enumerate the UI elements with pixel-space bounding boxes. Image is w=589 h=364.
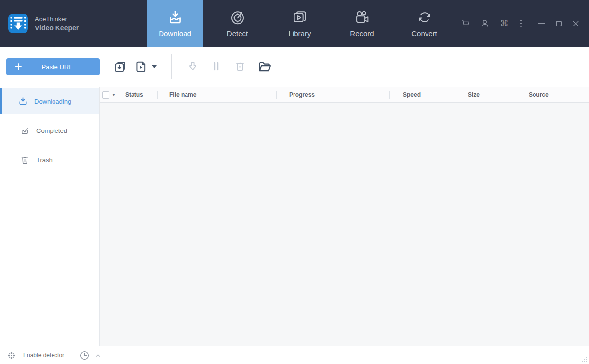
main-nav: Download Detect	[147, 0, 459, 47]
command-glyph: ⌘	[500, 19, 509, 27]
account-icon[interactable]	[480, 18, 490, 29]
batch-download-icon	[113, 60, 127, 74]
close-button[interactable]	[570, 18, 581, 29]
download-tray-icon	[18, 96, 28, 106]
tab-detect[interactable]: Detect	[210, 0, 265, 47]
toolbar-group-secondary	[187, 59, 272, 74]
resize-grip[interactable]	[581, 356, 588, 363]
brand-line1: AceThinker	[35, 15, 79, 23]
sidebar-item-label: Completed	[36, 127, 67, 134]
column-label: Progress	[289, 91, 315, 98]
tab-library-label: Library	[289, 29, 311, 38]
table-header-status: Status	[125, 87, 157, 102]
tab-download[interactable]: Download	[147, 0, 203, 47]
tab-download-label: Download	[159, 29, 191, 38]
batch-download-button[interactable]	[113, 60, 127, 74]
resume-download-button[interactable]	[187, 60, 200, 74]
plus-icon	[14, 63, 22, 71]
minimize-button[interactable]	[536, 18, 547, 29]
toolbar-separator	[171, 54, 172, 79]
tab-detect-label: Detect	[227, 29, 248, 38]
toolbar: Paste URL	[0, 47, 589, 87]
chevron-up-icon[interactable]	[95, 352, 101, 359]
sidebar-item-label: Downloading	[34, 98, 71, 105]
column-label: Size	[468, 91, 480, 98]
header-actions: ⌘	[460, 0, 589, 47]
table-header-file-name: File name	[157, 87, 276, 102]
tab-record-label: Record	[350, 29, 374, 38]
table-header-progress: Progress	[276, 87, 389, 102]
gauge-icon	[230, 9, 245, 25]
more-vertical-icon[interactable]	[518, 18, 524, 29]
cart-icon[interactable]	[460, 18, 471, 29]
download-tray-icon	[167, 9, 183, 25]
command-icon[interactable]: ⌘	[499, 18, 509, 29]
movie-camera-icon	[354, 9, 370, 25]
tab-record[interactable]: Record	[334, 0, 390, 47]
video-file-button[interactable]	[134, 60, 157, 74]
paste-url-button[interactable]: Paste URL	[6, 58, 100, 75]
brand-area: AceThinker Video Keeper	[0, 0, 147, 47]
trash-icon	[20, 155, 30, 165]
title-bar: AceThinker Video Keeper Download	[0, 0, 589, 47]
paste-url-label: Paste URL	[22, 63, 92, 71]
check-tray-icon	[20, 126, 30, 136]
sidebar-item-trash[interactable]: Trash	[0, 147, 99, 173]
video-library-icon	[292, 9, 308, 25]
app-logo-icon	[8, 13, 28, 34]
table-body-empty	[100, 103, 589, 346]
tab-convert-label: Convert	[411, 29, 437, 38]
pause-icon	[210, 60, 224, 74]
enable-detector-label[interactable]: Enable detector	[23, 352, 64, 359]
brand-line2: Video Keeper	[35, 24, 79, 32]
table-header-select: ▼	[100, 87, 125, 102]
open-folder-button[interactable]	[257, 59, 272, 74]
download-list: ▼ Status File name Progress Speed Size S…	[100, 87, 589, 346]
resume-download-icon	[187, 60, 200, 74]
maximize-button[interactable]	[553, 18, 564, 29]
sidebar-item-completed[interactable]: Completed	[0, 117, 99, 144]
video-file-icon	[134, 60, 148, 74]
dropdown-caret-icon	[152, 65, 157, 68]
sidebar-item-downloading[interactable]: Downloading	[0, 88, 99, 114]
status-bar: Enable detector	[0, 346, 589, 364]
select-menu-caret-icon[interactable]: ▼	[112, 93, 116, 97]
tab-convert[interactable]: Convert	[397, 0, 452, 47]
detector-target-icon[interactable]	[7, 351, 16, 360]
sync-arrows-icon	[417, 9, 432, 25]
column-label: Speed	[403, 91, 421, 98]
table-header-speed: Speed	[389, 87, 455, 102]
column-label: Source	[529, 91, 549, 98]
content-area: Downloading Completed	[0, 87, 589, 346]
tab-library[interactable]: Library	[272, 0, 327, 47]
delete-task-button[interactable]	[234, 60, 247, 74]
table-header-size: Size	[455, 87, 516, 102]
schedule-button[interactable]	[79, 350, 90, 361]
brand-text: AceThinker Video Keeper	[35, 15, 79, 32]
open-folder-icon	[257, 59, 272, 74]
toolbar-group-primary	[113, 60, 157, 74]
app-window: AceThinker Video Keeper Download	[0, 0, 589, 364]
sidebar: Downloading Completed	[0, 87, 100, 346]
pause-button[interactable]	[210, 60, 224, 74]
window-controls	[536, 18, 581, 29]
trash-minus-icon	[234, 60, 247, 74]
sidebar-item-label: Trash	[36, 156, 53, 164]
table-header: ▼ Status File name Progress Speed Size S…	[100, 87, 589, 103]
select-all-checkbox[interactable]	[102, 91, 109, 99]
table-header-source: Source	[516, 87, 589, 102]
column-label: File name	[169, 91, 196, 98]
